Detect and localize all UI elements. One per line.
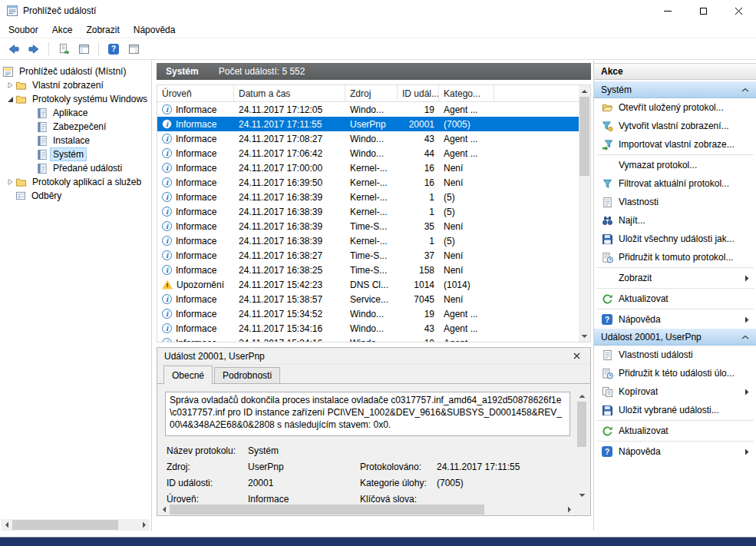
- action-vytvorit-vlastni-zobrazeni[interactable]: Vytvořit vlastní zobrazení...: [594, 117, 756, 135]
- action-pridruzit-k-teto-udalosti-ulo[interactable]: Přidružit k této události úlo...: [594, 364, 756, 382]
- tree-item-system[interactable]: Systém: [0, 147, 151, 161]
- scroll-up-arrow-icon[interactable]: [579, 85, 590, 97]
- tree-item-zabezpeceni[interactable]: Zabezpečení: [0, 120, 151, 134]
- cell-id: 16: [398, 163, 439, 174]
- event-row[interactable]: iInformace24.11.2017 17:06:42Windo...44A…: [157, 146, 579, 160]
- scrollbar-track[interactable]: [576, 402, 587, 489]
- action-pane-button[interactable]: [124, 40, 143, 58]
- event-row[interactable]: iInformace24.11.2017 16:38:39Kernel-...1…: [157, 190, 579, 204]
- action-pridruzit-k-tomuto-protokol[interactable]: Přidružit k tomuto protokol...: [594, 248, 756, 266]
- action-aktualizovat[interactable]: Aktualizovat: [594, 290, 756, 308]
- action-ulozit-vsechny-udalosti-jak[interactable]: Uložit všechny události jak...: [594, 230, 756, 248]
- column-header-uroven[interactable]: Úroveň: [157, 85, 234, 101]
- scroll-right-arrow-icon[interactable]: [138, 519, 150, 531]
- scroll-down-arrow-icon[interactable]: [579, 330, 590, 342]
- scrollbar-thumb[interactable]: [579, 97, 589, 176]
- event-row[interactable]: iInformace24.11.2017 15:34:52Windo...19A…: [157, 306, 579, 321]
- tree-horizontal-scrollbar[interactable]: [1, 519, 150, 531]
- help-button[interactable]: ?: [104, 40, 123, 58]
- scroll-left-arrow-icon[interactable]: [158, 504, 170, 515]
- action-ulozit-vybrane-udalosti[interactable]: Uložit vybrané události...: [594, 401, 756, 419]
- tab-general[interactable]: Obecné: [163, 366, 213, 384]
- tab-details[interactable]: Podrobnosti: [214, 367, 280, 384]
- action-aktualizovat[interactable]: Aktualizovat: [594, 422, 756, 440]
- action-kopirovat[interactable]: Kopírovat: [594, 382, 756, 401]
- event-row[interactable]: iInformace24.11.2017 17:12:05Windo...19A…: [157, 102, 579, 117]
- preview-horizontal-scrollbar[interactable]: [158, 504, 575, 515]
- expand-arrow-icon[interactable]: [5, 178, 15, 186]
- export-list-button[interactable]: [54, 40, 73, 58]
- event-row[interactable]: !Upozornění24.11.2017 15:42:23DNS Cl...1…: [157, 277, 579, 292]
- back-arrow-button[interactable]: [5, 40, 23, 58]
- action-napoveda[interactable]: ?Nápověda: [594, 442, 756, 461]
- scroll-down-arrow-icon[interactable]: [576, 489, 588, 501]
- scrollbar-track[interactable]: [12, 519, 138, 531]
- action-label: Aktualizovat: [619, 293, 669, 304]
- action-filtrovat-aktualni-protokol[interactable]: Filtrovat aktuální protokol...: [594, 174, 756, 193]
- scroll-right-arrow-icon[interactable]: [563, 504, 575, 515]
- action-importovat-vlastni-zobraze[interactable]: Importovat vlastní zobraze...: [594, 135, 756, 154]
- collapse-arrow-icon[interactable]: [5, 96, 15, 103]
- event-row[interactable]: iInformace24.11.2017 17:00:00Kernel-...1…: [157, 160, 579, 175]
- cell-category: Agent ...: [439, 104, 494, 115]
- event-row[interactable]: iInformace24.11.2017 15:38:57Service...7…: [157, 292, 579, 306]
- folder-icon: [15, 94, 27, 104]
- event-row[interactable]: iInformace24.11.2017 15:34:16Windo...10A…: [157, 336, 579, 342]
- console-tree-button[interactable]: [74, 40, 93, 58]
- action-vlastnosti[interactable]: Vlastnosti: [594, 193, 756, 211]
- scroll-up-arrow-icon[interactable]: [576, 390, 588, 402]
- scrollbar-track[interactable]: [170, 504, 563, 515]
- event-row[interactable]: iInformace24.11.2017 16:38:27Time-S...37…: [157, 248, 579, 263]
- tree-item-instalace[interactable]: Instalace: [0, 134, 151, 147]
- field-label: ID události:: [167, 478, 248, 488]
- scrollbar-track[interactable]: [579, 97, 590, 330]
- menu-zobrazit[interactable]: Zobrazit: [79, 22, 126, 38]
- event-row[interactable]: iInformace24.11.2017 16:38:25Time-S...15…: [157, 263, 579, 277]
- action-najit[interactable]: Najít...: [594, 211, 756, 230]
- scrollbar-thumb[interactable]: [577, 402, 586, 447]
- close-button[interactable]: [721, 0, 756, 22]
- column-header-id-udal[interactable]: ID udál...: [398, 85, 439, 101]
- forward-arrow-button[interactable]: [25, 40, 43, 58]
- taskbar[interactable]: [0, 538, 756, 546]
- event-row[interactable]: iInformace24.11.2017 16:38:39Kernel-...1…: [157, 204, 579, 219]
- menu-soubor[interactable]: Soubor: [2, 22, 45, 38]
- tree-item-predane-udalosti[interactable]: Předané události: [0, 161, 151, 175]
- action-vlastnosti-udalosti[interactable]: Vlastnosti události: [594, 346, 756, 364]
- event-row[interactable]: iInformace24.11.2017 17:08:27Windo...43A…: [157, 131, 579, 146]
- minimize-button[interactable]: [650, 0, 685, 22]
- tree-item-prohlizec-udalosti-mistni[interactable]: Prohlížeč událostí (Místní): [0, 65, 151, 78]
- tree-item-protokoly-aplikaci-a-sluzeb[interactable]: Protokoly aplikací a služeb: [0, 175, 151, 189]
- menu-akce[interactable]: Akce: [45, 22, 80, 38]
- event-row[interactable]: iInformace24.11.2017 16:39:50Kernel-...1…: [157, 175, 579, 190]
- action-section-udalost-20001-userpnp[interactable]: Událost 20001, UserPnp: [594, 329, 756, 346]
- action-otevrit-ulozeny-protokol[interactable]: Otevřít uložený protokol...: [594, 98, 756, 117]
- event-row[interactable]: iInformace24.11.2017 17:11:55UserPnp2000…: [157, 117, 579, 131]
- action-separator: [596, 267, 754, 268]
- expand-arrow-icon[interactable]: [5, 81, 15, 89]
- menu-napoveda[interactable]: Nápověda: [127, 22, 183, 38]
- properties-icon: [601, 197, 613, 208]
- scrollbar-thumb[interactable]: [12, 520, 118, 530]
- event-row[interactable]: iInformace24.11.2017 16:38:39Kernel-...1…: [157, 233, 579, 248]
- event-row[interactable]: iInformace24.11.2017 15:34:16Windo...43A…: [157, 321, 579, 336]
- action-section-system[interactable]: Systém: [594, 81, 756, 98]
- tree-item-odbery[interactable]: Odběry: [0, 189, 151, 203]
- preview-close-button[interactable]: [569, 349, 583, 363]
- scroll-left-arrow-icon[interactable]: [1, 519, 12, 531]
- event-table-scrollbar[interactable]: [579, 85, 590, 342]
- preview-scrollbar[interactable]: [576, 390, 587, 501]
- tree-item-aplikace[interactable]: Aplikace: [0, 106, 151, 120]
- event-row[interactable]: iInformace24.11.2017 16:38:39Time-S...35…: [157, 219, 579, 233]
- tree-item-vlastni-zobrazeni[interactable]: Vlastní zobrazení: [0, 78, 151, 92]
- column-header-datum-a-cas[interactable]: Datum a čas: [234, 85, 345, 101]
- action-napoveda[interactable]: ?Nápověda: [594, 310, 756, 329]
- cell-level: iInformace: [157, 148, 234, 159]
- maximize-button[interactable]: [685, 0, 721, 22]
- column-header-katego[interactable]: Katego...: [439, 85, 494, 101]
- column-header-zdroj[interactable]: Zdroj: [345, 85, 398, 101]
- action-zobrazit[interactable]: Zobrazit: [594, 269, 756, 287]
- tree-item-protokoly-systemu-windows[interactable]: Protokoly systému Windows: [0, 92, 151, 106]
- action-vymazat-protokol[interactable]: Vymazat protokol...: [594, 156, 756, 174]
- scrollbar-thumb[interactable]: [170, 505, 484, 515]
